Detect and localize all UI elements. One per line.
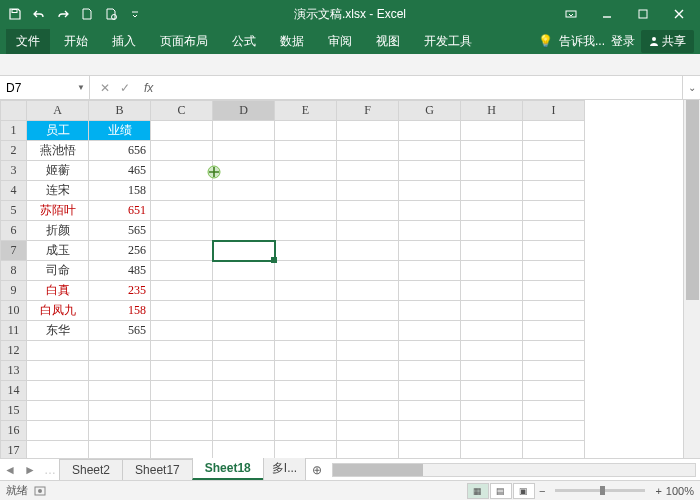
view-normal-button[interactable]: ▦: [467, 483, 489, 499]
sheet-nav-next[interactable]: ►: [20, 461, 40, 479]
cell-I1[interactable]: [523, 121, 585, 141]
cell-D2[interactable]: [213, 141, 275, 161]
sheet-nav-prev[interactable]: ◄: [0, 461, 20, 479]
cell-C8[interactable]: [151, 261, 213, 281]
cell-F10[interactable]: [337, 301, 399, 321]
row-header-17[interactable]: 17: [1, 441, 27, 459]
view-pagebreak-button[interactable]: ▣: [513, 483, 535, 499]
cell-I13[interactable]: [523, 361, 585, 381]
cell-C5[interactable]: [151, 201, 213, 221]
cell-B5[interactable]: 651: [89, 201, 151, 221]
row-header-3[interactable]: 3: [1, 161, 27, 181]
col-header-I[interactable]: I: [523, 101, 585, 121]
zoom-in-button[interactable]: +: [651, 485, 665, 497]
cell-F5[interactable]: [337, 201, 399, 221]
name-box-input[interactable]: [6, 81, 62, 95]
cell-F11[interactable]: [337, 321, 399, 341]
cell-H5[interactable]: [461, 201, 523, 221]
cell-H6[interactable]: [461, 221, 523, 241]
cell-F4[interactable]: [337, 181, 399, 201]
cell-I3[interactable]: [523, 161, 585, 181]
enter-formula-button[interactable]: ✓: [116, 81, 134, 95]
cell-A10[interactable]: 白凤九: [27, 301, 89, 321]
select-all-corner[interactable]: [1, 101, 27, 121]
col-header-C[interactable]: C: [151, 101, 213, 121]
cell-I12[interactable]: [523, 341, 585, 361]
cell-E7[interactable]: [275, 241, 337, 261]
tab-view[interactable]: 视图: [366, 29, 410, 54]
cell-G15[interactable]: [399, 401, 461, 421]
row-header-6[interactable]: 6: [1, 221, 27, 241]
row-header-12[interactable]: 12: [1, 341, 27, 361]
cell-G1[interactable]: [399, 121, 461, 141]
sheet-tab-Sheet17[interactable]: Sheet17: [122, 459, 193, 480]
cell-G11[interactable]: [399, 321, 461, 341]
cell-H13[interactable]: [461, 361, 523, 381]
cell-E16[interactable]: [275, 421, 337, 441]
cell-H2[interactable]: [461, 141, 523, 161]
cell-F9[interactable]: [337, 281, 399, 301]
vertical-scrollbar[interactable]: [683, 100, 700, 458]
cell-A4[interactable]: 连宋: [27, 181, 89, 201]
cell-B9[interactable]: 235: [89, 281, 151, 301]
row-header-15[interactable]: 15: [1, 401, 27, 421]
cell-D11[interactable]: [213, 321, 275, 341]
zoom-slider[interactable]: [555, 489, 645, 492]
cell-B15[interactable]: [89, 401, 151, 421]
macro-record-icon[interactable]: [34, 485, 46, 497]
cell-E17[interactable]: [275, 441, 337, 459]
view-layout-button[interactable]: ▤: [490, 483, 512, 499]
sheet-tab-Sheet18[interactable]: Sheet18: [192, 457, 264, 480]
cell-B4[interactable]: 158: [89, 181, 151, 201]
cell-C7[interactable]: [151, 241, 213, 261]
cell-F7[interactable]: [337, 241, 399, 261]
cell-I14[interactable]: [523, 381, 585, 401]
cell-D8[interactable]: [213, 261, 275, 281]
cell-I17[interactable]: [523, 441, 585, 459]
cell-A7[interactable]: 成玉: [27, 241, 89, 261]
chevron-down-icon[interactable]: ▼: [77, 83, 85, 92]
cell-B14[interactable]: [89, 381, 151, 401]
close-button[interactable]: [662, 0, 696, 28]
qat-customize-button[interactable]: [124, 3, 146, 25]
tell-me[interactable]: 告诉我...: [559, 33, 605, 50]
cell-F15[interactable]: [337, 401, 399, 421]
cell-H3[interactable]: [461, 161, 523, 181]
cell-A11[interactable]: 东华: [27, 321, 89, 341]
cell-I6[interactable]: [523, 221, 585, 241]
cell-E4[interactable]: [275, 181, 337, 201]
cell-H17[interactable]: [461, 441, 523, 459]
cell-D7[interactable]: [213, 241, 275, 261]
cell-B16[interactable]: [89, 421, 151, 441]
cell-G7[interactable]: [399, 241, 461, 261]
cell-G4[interactable]: [399, 181, 461, 201]
cell-D10[interactable]: [213, 301, 275, 321]
cell-C16[interactable]: [151, 421, 213, 441]
cell-F2[interactable]: [337, 141, 399, 161]
new-button[interactable]: [76, 3, 98, 25]
cell-H14[interactable]: [461, 381, 523, 401]
cell-C15[interactable]: [151, 401, 213, 421]
expand-formula-button[interactable]: ⌄: [682, 76, 700, 99]
cell-I4[interactable]: [523, 181, 585, 201]
add-sheet-button[interactable]: ⊕: [306, 462, 328, 478]
cell-E9[interactable]: [275, 281, 337, 301]
cell-H15[interactable]: [461, 401, 523, 421]
cell-G17[interactable]: [399, 441, 461, 459]
col-header-B[interactable]: B: [89, 101, 151, 121]
row-header-14[interactable]: 14: [1, 381, 27, 401]
row-header-7[interactable]: 7: [1, 241, 27, 261]
cell-B10[interactable]: 158: [89, 301, 151, 321]
cell-H8[interactable]: [461, 261, 523, 281]
cell-B1[interactable]: 业绩: [89, 121, 151, 141]
cell-F1[interactable]: [337, 121, 399, 141]
cell-A6[interactable]: 折颜: [27, 221, 89, 241]
cell-G8[interactable]: [399, 261, 461, 281]
cell-A15[interactable]: [27, 401, 89, 421]
col-header-A[interactable]: A: [27, 101, 89, 121]
row-header-4[interactable]: 4: [1, 181, 27, 201]
cancel-formula-button[interactable]: ✕: [96, 81, 114, 95]
cell-F8[interactable]: [337, 261, 399, 281]
zoom-level[interactable]: 100%: [666, 485, 694, 497]
cell-E6[interactable]: [275, 221, 337, 241]
